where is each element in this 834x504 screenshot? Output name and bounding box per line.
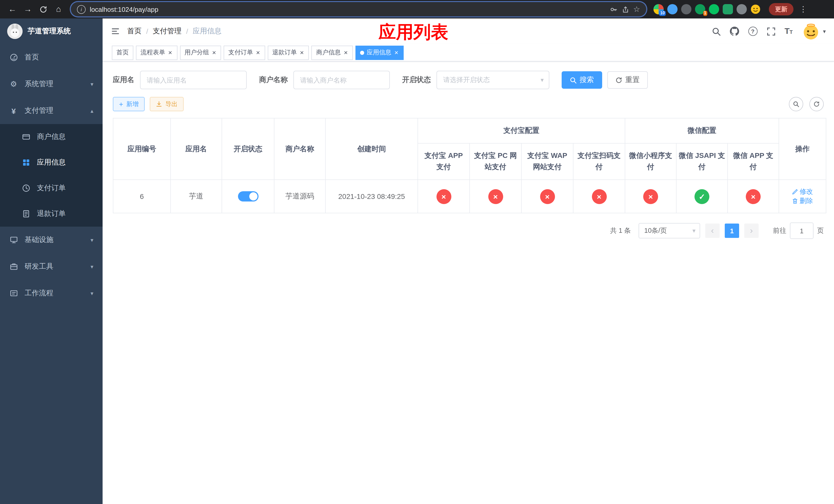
address-bar[interactable]: i localhost:1024/pay/app ☆ — [71, 2, 646, 17]
sidebar-item-infrastructure[interactable]: 基础设施 ▾ — [0, 227, 103, 253]
extension-icon-green-notify[interactable]: 1 — [695, 4, 705, 14]
sidebar-item-label: 支付订单 — [37, 184, 66, 193]
page-number-button[interactable]: 1 — [725, 224, 739, 238]
tab-refund-orders[interactable]: 退款订单 × — [268, 45, 309, 60]
extension-icon-notes-green[interactable] — [723, 4, 733, 14]
navbar-actions: ? TT ▾ — [712, 22, 826, 41]
goto-page-input[interactable] — [790, 223, 813, 239]
app-name-input[interactable] — [140, 71, 247, 89]
app-title: 芋道管理系统 — [28, 27, 71, 36]
font-size-icon[interactable]: TT — [785, 27, 793, 36]
merchant-name-input[interactable] — [293, 71, 390, 89]
channel-status-icon: ✓ — [695, 189, 709, 204]
tab-close-icon[interactable]: × — [344, 49, 348, 56]
extension-icon-dark[interactable] — [681, 4, 692, 14]
sidebar-item-label: 商户信息 — [37, 132, 66, 141]
status-select[interactable]: 请选择开启状态 ▾ — [437, 71, 549, 89]
filter-form: 应用名 商户名称 开启状态 请选择开启状态 ▾ — [113, 71, 824, 89]
sidebar-item-label: 系统管理 — [25, 79, 53, 89]
logo-rabbit-icon — [7, 24, 23, 39]
sidebar-item-dev-tools[interactable]: 研发工具 ▾ — [0, 253, 103, 280]
app-frame: 芋道管理系统 首页 ⚙ 系统管理 ▾ ¥ 支付管理 ▴ — [0, 19, 834, 504]
fullscreen-icon[interactable] — [767, 27, 775, 36]
chevron-down-icon: ▾ — [693, 227, 696, 234]
search-button-label: 搜索 — [579, 75, 594, 85]
pagination: 共 1 条 10条/页 ▾ ‹ 1 › 前往 页 — [113, 223, 824, 239]
tab-close-icon[interactable]: × — [394, 49, 399, 56]
sidebar-item-label: 应用信息 — [37, 158, 66, 167]
url-text: localhost:1024/pay/app — [90, 5, 606, 13]
tab-label: 支付订单 — [228, 48, 253, 57]
tab-pay-orders[interactable]: 支付订单 × — [224, 45, 265, 60]
browser-forward-button[interactable]: → — [21, 2, 35, 17]
col-header-wx-jsapi: 微信 JSAPI 支付 — [676, 143, 728, 180]
reset-button[interactable]: 重置 — [607, 71, 648, 89]
dashboard-icon — [9, 53, 18, 62]
toggle-search-button[interactable] — [789, 97, 803, 111]
channel-status-icon: × — [592, 189, 607, 204]
font-size-small-glyph: T — [790, 29, 793, 36]
sidebar-item-label: 基础设施 — [25, 235, 53, 245]
sidebar-item-home[interactable]: 首页 — [0, 44, 103, 71]
refresh-table-button[interactable] — [809, 97, 824, 111]
browser-menu-button[interactable]: ⋮ — [797, 5, 809, 14]
add-button[interactable]: + 新增 — [113, 97, 145, 111]
tab-close-icon[interactable]: × — [256, 49, 260, 56]
status-switch[interactable] — [238, 191, 258, 202]
password-key-icon[interactable] — [610, 5, 617, 13]
tab-label: 流程表单 — [140, 48, 165, 57]
breadcrumb-home[interactable]: 首页 — [127, 27, 141, 36]
tab-close-icon[interactable]: × — [212, 49, 216, 56]
browser-update-button[interactable]: 更新 — [769, 3, 793, 15]
sidebar-collapse-button[interactable] — [111, 27, 120, 36]
plus-icon: + — [119, 100, 123, 108]
tab-merchant-info[interactable]: 商户信息 × — [312, 45, 353, 60]
next-page-button[interactable]: › — [744, 224, 759, 238]
app-logo[interactable]: 芋道管理系统 — [0, 19, 103, 44]
col-header-wx-app: 微信 APP 支付 — [728, 143, 779, 180]
chevron-down-icon: ▾ — [90, 290, 93, 297]
extension-icon-colorful[interactable]: 10 — [654, 4, 664, 14]
sidebar-item-app-info[interactable]: 应用信息 — [0, 150, 103, 175]
prev-page-button[interactable]: ‹ — [705, 224, 720, 238]
extensions-pin-icon[interactable] — [737, 4, 747, 14]
page-size-select[interactable]: 10条/页 ▾ — [639, 223, 700, 238]
github-icon[interactable] — [730, 27, 739, 36]
browser-home-button[interactable]: ⌂ — [51, 2, 66, 17]
refresh-icon — [615, 77, 622, 83]
sidebar-item-workflow[interactable]: 工作流程 ▾ — [0, 280, 103, 306]
bookmark-star-icon[interactable]: ☆ — [633, 5, 640, 14]
browser-back-button[interactable]: ← — [5, 2, 20, 17]
goto-page: 前往 页 — [773, 223, 824, 239]
help-icon[interactable]: ? — [748, 27, 757, 36]
search-button[interactable]: 搜索 — [562, 71, 602, 89]
extension-icon-wechat-green[interactable] — [709, 4, 719, 14]
sidebar-item-payment[interactable]: ¥ 支付管理 ▴ — [0, 97, 103, 124]
edit-link[interactable]: 修改 — [792, 187, 813, 197]
user-menu[interactable]: ▾ — [802, 22, 826, 41]
tab-app-info[interactable]: 应用信息 × — [355, 45, 403, 60]
sidebar-item-refund-orders[interactable]: 退款订单 — [0, 201, 103, 227]
site-info-icon[interactable]: i — [77, 5, 86, 14]
tab-close-icon[interactable]: × — [168, 49, 173, 56]
sidebar-item-system[interactable]: ⚙ 系统管理 ▾ — [0, 71, 103, 97]
export-button[interactable]: 导出 — [150, 97, 184, 111]
tab-close-icon[interactable]: × — [300, 49, 304, 56]
browser-reload-button[interactable] — [36, 2, 50, 17]
tab-process-form[interactable]: 流程表单 × — [136, 45, 177, 60]
gear-icon: ⚙ — [9, 79, 18, 89]
share-icon[interactable] — [621, 5, 629, 13]
tab-user-group[interactable]: 用户分组 × — [180, 45, 221, 60]
toolbar-right-actions — [789, 97, 824, 111]
tab-label: 用户分组 — [184, 48, 209, 57]
breadcrumb-payment: 支付管理 — [153, 27, 181, 36]
infrastructure-icon — [9, 236, 18, 244]
tab-home[interactable]: 首页 — [112, 45, 133, 60]
extension-icon-blue[interactable] — [667, 4, 678, 14]
header-search-icon[interactable] — [712, 27, 720, 36]
extension-icon-emoji-face[interactable] — [750, 4, 761, 14]
cell-created: 2021-10-23 08:49:25 — [326, 180, 418, 213]
sidebar-item-pay-orders[interactable]: 支付订单 — [0, 175, 103, 201]
sidebar-item-merchant-info[interactable]: 商户信息 — [0, 124, 103, 150]
delete-link[interactable]: 删除 — [792, 197, 813, 206]
